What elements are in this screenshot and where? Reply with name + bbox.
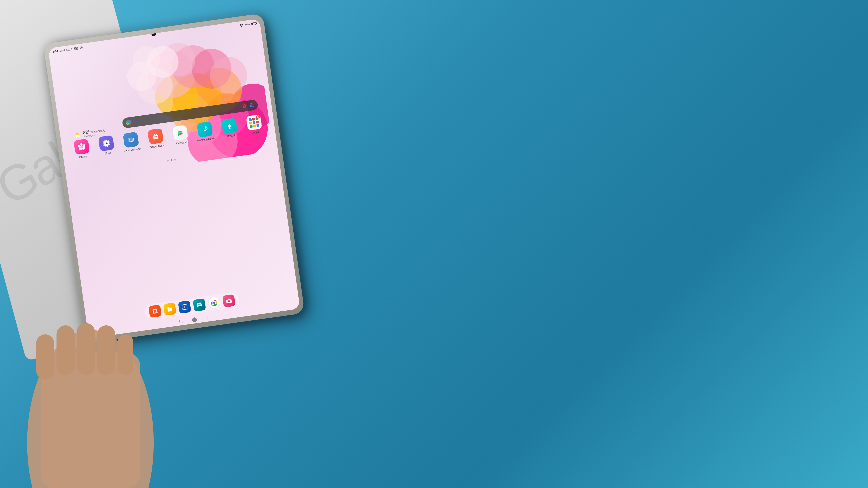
page-dot-2	[170, 159, 173, 161]
time: 3:34	[53, 50, 58, 53]
screenshot-icon	[74, 47, 78, 50]
dock-chrome[interactable]	[208, 296, 221, 310]
date: Wed, Aug 9	[60, 48, 73, 52]
google-g-logo	[126, 120, 132, 126]
svg-marker-63	[227, 123, 232, 127]
samsung-health-icon	[197, 121, 213, 138]
app-google[interactable]: N Google	[244, 114, 265, 135]
svg-rect-2	[36, 334, 54, 380]
svg-rect-76	[228, 298, 230, 300]
nav-back[interactable]: ◻	[206, 316, 209, 320]
status-right: 44%	[239, 22, 256, 27]
hand-silhouette	[18, 262, 176, 488]
app-play-store[interactable]: Play Store	[170, 125, 191, 145]
app-game-launcher[interactable]: Game Launcher	[121, 131, 142, 152]
svg-rect-64	[229, 127, 230, 129]
svg-line-36	[251, 104, 252, 106]
svg-rect-4	[77, 323, 95, 375]
nav-recent[interactable]: |||	[179, 319, 183, 323]
app-penup[interactable]: PENUP	[219, 118, 240, 138]
svg-rect-60	[153, 135, 158, 140]
svg-point-26	[75, 48, 77, 49]
page-dot-1	[167, 160, 169, 162]
google-icon: N	[246, 114, 262, 131]
battery-icon	[251, 22, 256, 25]
status-dot: ·	[84, 46, 86, 49]
lens-search-icon[interactable]	[249, 103, 254, 108]
app-samsung-health[interactable]: Samsung Health	[195, 121, 215, 142]
weather-icon	[72, 131, 82, 139]
dock-messages[interactable]	[193, 298, 206, 312]
svg-point-28	[81, 47, 82, 48]
clock-icon	[98, 135, 114, 151]
penup-icon	[221, 118, 238, 134]
battery-percent: 44%	[245, 23, 250, 26]
dock-camera[interactable]	[222, 294, 236, 307]
app-clock[interactable]: Clock	[96, 135, 117, 156]
svg-rect-3	[57, 325, 74, 375]
svg-rect-5	[97, 325, 115, 375]
gallery-icon	[73, 138, 90, 155]
svg-point-62	[205, 126, 207, 128]
battery-fill	[251, 23, 253, 25]
wifi-icon	[239, 24, 244, 27]
app-galaxy-store[interactable]: Galaxy Store	[146, 128, 166, 149]
voice-search-icon[interactable]	[242, 103, 247, 109]
svg-line-33	[253, 106, 254, 107]
svg-line-56	[130, 139, 130, 140]
galaxy-store-icon	[147, 128, 164, 144]
svg-text:9: 9	[184, 306, 186, 309]
game-launcher-icon	[123, 132, 139, 148]
play-store-icon	[172, 125, 188, 141]
svg-rect-6	[118, 334, 133, 375]
nav-home[interactable]: ⬤	[192, 316, 197, 322]
page-dot-3	[174, 159, 176, 161]
settings-status-icon	[79, 46, 83, 50]
svg-point-30	[243, 104, 246, 107]
dock-samsung-store[interactable]: 9	[178, 300, 191, 314]
app-gallery[interactable]: Gallery	[72, 138, 92, 159]
svg-line-61	[154, 136, 157, 137]
